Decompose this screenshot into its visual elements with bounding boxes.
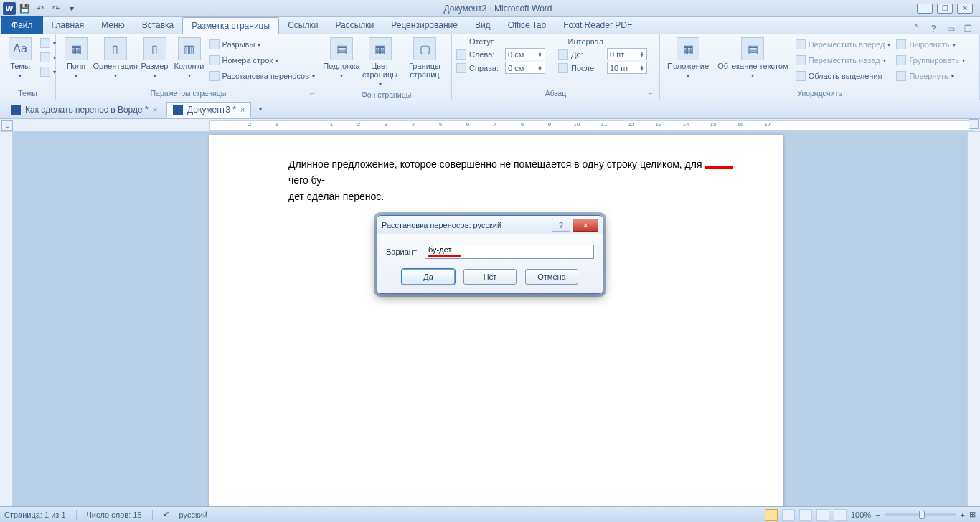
ruler-toggle-button[interactable] [969, 119, 979, 129]
page-status[interactable]: Страница: 1 из 1 [4, 511, 66, 519]
margins-button[interactable]: ▦Поля▾ [60, 36, 92, 81]
no-button[interactable]: Нет [463, 269, 517, 285]
draft-view-button[interactable] [834, 509, 847, 521]
restore-button[interactable]: ❐ [937, 4, 953, 14]
zoom-out-button[interactable]: − [875, 511, 880, 519]
position-button[interactable]: ▦Положение▾ [664, 36, 712, 81]
quick-access-toolbar: W 💾 ↶ ↷ ▾ [0, 1, 79, 16]
tab-foxit[interactable]: Foxit Reader PDF [555, 16, 641, 34]
page[interactable]: Длинное предложение, которое совершенно … [209, 135, 783, 506]
selection-pane-button[interactable]: Область выделения [794, 70, 892, 82]
indent-left-input[interactable]: 0 см▲▼ [505, 48, 545, 60]
paragraph-dialog-launcher[interactable]: ⌐ [646, 90, 655, 98]
save-button[interactable]: 💾 [17, 1, 32, 16]
ribbon-min-icon[interactable]: ▭ [944, 24, 957, 34]
group-paragraph: Отступ Интервал Слева:0 см▲▼ Справа:0 см… [452, 34, 660, 100]
vertical-scrollbar[interactable] [967, 132, 980, 506]
tab-view[interactable]: Вид [466, 16, 499, 34]
space-after-input[interactable]: 10 пт▲▼ [607, 62, 647, 74]
group-label-themes: Темы [4, 88, 51, 98]
language-status[interactable]: русский [179, 511, 207, 519]
web-layout-view-button[interactable] [799, 509, 812, 521]
group-icon [896, 55, 906, 65]
minimize-ribbon-button[interactable]: ˄ [910, 24, 923, 34]
help-button[interactable]: ? [927, 24, 940, 34]
tab-insert[interactable]: Вставка [133, 16, 183, 34]
page-color-button[interactable]: ▦Цвет страницы▾ [360, 36, 400, 90]
word-count[interactable]: Число слов: 15 [87, 511, 142, 519]
close-tab-1-button[interactable]: × [153, 105, 157, 114]
word-doc-icon [11, 105, 21, 115]
rotate-button[interactable]: Повернуть ▾ [895, 70, 966, 82]
doc-tab-menu[interactable]: ▾ [254, 103, 267, 115]
fit-button[interactable]: ⊞ [969, 510, 976, 519]
wrap-text-button[interactable]: ▤Обтекание текстом▾ [715, 36, 791, 81]
zoom-level[interactable]: 100% [851, 511, 871, 519]
theme-fonts-button[interactable]: ▾ [39, 52, 57, 63]
vertical-ruler[interactable] [0, 132, 13, 506]
redo-button[interactable]: ↷ [49, 1, 63, 16]
horizontal-ruler[interactable]: 211234567891011121314151617 [209, 120, 973, 130]
tab-selector[interactable]: L [1, 120, 13, 130]
theme-colors-button[interactable]: ▾ [39, 37, 57, 49]
zoom-in-button[interactable]: + [961, 511, 965, 519]
document-text-line2: дет сделан перенос. [288, 189, 705, 204]
tab-file[interactable]: Файл [1, 16, 43, 34]
themes-button[interactable]: Aa Темы▾ [4, 36, 36, 81]
space-before-input[interactable]: 0 пт▲▼ [607, 48, 647, 60]
yes-button[interactable]: Да [402, 269, 455, 285]
print-layout-view-button[interactable] [765, 509, 778, 521]
align-button[interactable]: Выровнять ▾ [895, 39, 966, 50]
send-backward-button[interactable]: Переместить назад ▾ [794, 54, 892, 66]
group-page-setup: ▦Поля▾ ▯Ориентация▾ ▯Размер▾ ▥Колонки▾ Р… [56, 34, 321, 100]
close-tab-2-button[interactable]: × [240, 105, 245, 114]
tab-review[interactable]: Рецензирование [382, 16, 466, 34]
tab-office-tab[interactable]: Office Tab [499, 16, 555, 34]
dialog-titlebar[interactable]: Расстановка переносов: русский ? ✕ [377, 216, 603, 234]
dialog-help-button[interactable]: ? [552, 219, 570, 232]
variant-input[interactable]: бу-дет [425, 245, 594, 259]
spell-check-icon[interactable]: ✔ [163, 510, 169, 519]
indent-right-icon [456, 63, 466, 73]
page-borders-button[interactable]: ▢Границы страниц [402, 36, 447, 80]
cancel-button[interactable]: Отмена [525, 269, 578, 285]
line-numbers-button[interactable]: Номера строк ▾ [208, 54, 316, 66]
bring-forward-icon [796, 39, 806, 49]
bring-forward-button[interactable]: Переместить вперед ▾ [794, 39, 892, 50]
undo-button[interactable]: ↶ [33, 1, 47, 16]
page-setup-dialog-launcher[interactable]: ⌐ [308, 90, 316, 98]
group-label-paragraph: Абзац⌐ [456, 88, 655, 98]
doc-tab-1[interactable]: Как сделать перенос в Ворде * × [4, 102, 164, 118]
orientation-button[interactable]: ▯Ориентация▾ [95, 36, 136, 81]
fonts-icon [40, 52, 50, 62]
ribbon-restore-icon[interactable]: ❐ [961, 24, 974, 34]
dialog-close-button[interactable]: ✕ [573, 219, 598, 232]
page-borders-icon: ▢ [413, 37, 436, 60]
tab-mailings[interactable]: Рассылки [326, 16, 382, 34]
breaks-button[interactable]: Разрывы ▾ [208, 39, 316, 50]
minimize-button[interactable]: — [917, 4, 933, 14]
group-label-page-setup: Параметры страницы⌐ [60, 88, 316, 98]
hyphenation-button[interactable]: Расстановка переносов ▾ [208, 70, 316, 82]
tab-menu[interactable]: Меню [93, 16, 133, 34]
full-screen-view-button[interactable] [782, 509, 795, 521]
doc-tab-1-label: Как сделать перенос в Ворде * [25, 105, 149, 115]
tab-page-layout[interactable]: Разметка страницы [182, 17, 279, 34]
columns-button[interactable]: ▥Колонки▾ [174, 36, 205, 81]
indent-right-input[interactable]: 0 см▲▼ [505, 62, 545, 74]
tab-home[interactable]: Главная [43, 16, 93, 34]
outline-view-button[interactable] [816, 509, 829, 521]
size-icon: ▯ [143, 37, 166, 60]
size-button[interactable]: ▯Размер▾ [139, 36, 171, 81]
document-text-line1: Длинное предложение, которое совершенно … [288, 156, 705, 189]
theme-effects-button[interactable]: ▾ [39, 66, 57, 77]
doc-tab-2[interactable]: Документ3 * × [166, 102, 251, 118]
zoom-slider-thumb[interactable] [919, 511, 925, 519]
tab-references[interactable]: Ссылки [279, 16, 326, 34]
colors-icon [40, 38, 50, 48]
close-button[interactable]: ✕ [957, 4, 973, 14]
watermark-button[interactable]: ▤Подложка▾ [326, 36, 357, 81]
group-button[interactable]: Группировать ▾ [895, 54, 966, 66]
qat-customize-button[interactable]: ▾ [65, 1, 79, 16]
zoom-slider[interactable] [885, 513, 956, 516]
